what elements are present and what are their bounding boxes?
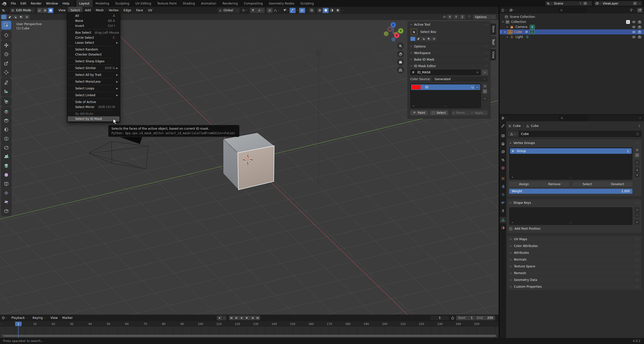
- close-icon[interactable]: [476, 71, 479, 74]
- mesh-breadcrumb-icon[interactable]: [526, 124, 529, 128]
- chevron-down-icon[interactable]: [639, 117, 641, 120]
- playhead[interactable]: 1: [15, 322, 22, 326]
- proportional-falloff-button[interactable]: [273, 9, 280, 12]
- select-menu-item[interactable]: [67, 71, 120, 72]
- current-frame-field[interactable]: 1: [430, 316, 449, 320]
- zoom-button[interactable]: [397, 42, 404, 50]
- outliner-row-light[interactable]: Light: [500, 34, 644, 39]
- collapsed-panel-header[interactable]: Geometry Data ::::: [507, 277, 641, 283]
- select-menu-item[interactable]: Lasso Select ▶: [67, 40, 120, 45]
- workspace-tab[interactable]: Shading: [180, 0, 198, 7]
- stopwatch-icon[interactable]: [451, 316, 455, 320]
- hide-eye-icon[interactable]: [632, 25, 636, 29]
- tab-object-data[interactable]: [500, 217, 506, 223]
- collapsed-panel-header[interactable]: Options ::::: [408, 43, 490, 50]
- snap-toggle-button[interactable]: [250, 8, 256, 13]
- topbar-menu-item[interactable]: Window: [44, 0, 60, 7]
- apply-button[interactable]: Apply ...: [470, 110, 488, 115]
- reset-id-icon[interactable]: [471, 86, 474, 89]
- remove-vertex-group-button[interactable]: [635, 153, 639, 158]
- id-mask-editor-panel-header[interactable]: ID Mask Editor ::::: [408, 63, 490, 69]
- cube-selected-face[interactable]: [238, 146, 274, 190]
- tool-rip-region[interactable]: [1, 207, 11, 216]
- workspace-tab[interactable]: Layout: [76, 0, 93, 7]
- mirror-z-button[interactable]: Z: [460, 15, 465, 19]
- prev-keyframe-button[interactable]: [234, 316, 239, 320]
- remove-id-button[interactable]: [482, 89, 487, 94]
- tool-select-box[interactable]: [1, 21, 11, 30]
- active-tool-panel-header[interactable]: Active Tool ::::: [408, 22, 490, 28]
- viewlayer-selector[interactable]: ViewLayer: [594, 1, 642, 6]
- select-menu-item[interactable]: [67, 64, 120, 66]
- pin-icon[interactable]: [638, 124, 641, 128]
- select-menu-item[interactable]: Box Select drag-Left Mouse: [67, 30, 120, 35]
- disclosure-triangle[interactable]: [504, 31, 506, 33]
- select-menu-item[interactable]: [67, 84, 120, 86]
- collapsed-panel-header[interactable]: UV Maps ::::: [507, 236, 641, 242]
- tool-extrude-region[interactable]: [1, 107, 11, 116]
- collapsed-panel-header[interactable]: Color Attributes ::::: [507, 243, 641, 249]
- tool-loop-cut[interactable]: [1, 134, 11, 143]
- timeline-menu-keying[interactable]: Keying: [30, 315, 48, 321]
- collapsed-panel-header[interactable]: Bake ID Mask ::::: [408, 56, 490, 63]
- id-mask-list-item[interactable]: ID: [411, 84, 480, 90]
- select-menu-item[interactable]: [67, 98, 120, 100]
- tool-transform[interactable]: [1, 68, 11, 77]
- new-viewlayer-button[interactable]: [633, 2, 637, 5]
- collection-checkbox[interactable]: [626, 20, 630, 24]
- jump-to-end-button[interactable]: [255, 316, 260, 320]
- mode-invert-button[interactable]: [426, 37, 431, 41]
- tool-move[interactable]: [1, 41, 11, 50]
- workspace-tab[interactable]: UV Editing: [132, 0, 154, 7]
- collapsed-panel-header[interactable]: Texture Space ::::: [507, 263, 641, 270]
- transform-orientation[interactable]: Global: [218, 8, 240, 13]
- jump-to-start-button[interactable]: [229, 316, 234, 320]
- mirror-x-button[interactable]: X: [447, 15, 453, 19]
- select-subtract-button[interactable]: [13, 15, 18, 19]
- tool-add-cube[interactable]: [1, 97, 11, 106]
- editor-type-button[interactable]: [2, 9, 8, 12]
- tool-spin[interactable]: [1, 161, 11, 170]
- overlays-toggle[interactable]: [299, 8, 305, 13]
- new-scene-button[interactable]: [583, 2, 587, 5]
- mesh-datablock-selector[interactable]: [507, 131, 518, 137]
- tool-poly-build[interactable]: [1, 152, 11, 161]
- show-gizmo-dropdown[interactable]: [283, 9, 289, 12]
- select-invert-button[interactable]: [18, 15, 24, 19]
- viewport-menu-item[interactable]: Face: [134, 7, 145, 14]
- select-menu-item[interactable]: [67, 57, 120, 59]
- timeline-menu-marker[interactable]: Marker: [60, 315, 75, 321]
- sidebar-tab[interactable]: View: [491, 49, 496, 60]
- paint-button[interactable]: Paint: [410, 110, 428, 115]
- timeline-ruler[interactable]: 1020304050607080901001101201301401501601…: [0, 321, 499, 327]
- select-menu-item[interactable]: Select More/Less ▶: [67, 79, 120, 84]
- render-visibility-icon[interactable]: [638, 35, 641, 39]
- outliner-row-scene-collection[interactable]: Scene Collection: [500, 14, 644, 19]
- id-check-button[interactable]: [475, 85, 480, 89]
- new-collection-button[interactable]: [637, 8, 642, 13]
- select-set-button[interactable]: [1, 15, 7, 19]
- timeline-body[interactable]: [0, 327, 499, 338]
- add-shape-key-button[interactable]: [635, 207, 639, 212]
- collapsed-panel-header[interactable]: Workspace ::::: [408, 50, 490, 56]
- render-visibility-icon[interactable]: [638, 30, 641, 34]
- blender-logo[interactable]: [0, 1, 9, 6]
- pin-icon[interactable]: [579, 2, 582, 5]
- tab-view-layer[interactable]: [501, 150, 505, 154]
- select-menu-item[interactable]: Select Mirror Shift Ctrl M: [67, 105, 120, 110]
- fake-user-shield-icon[interactable]: [636, 132, 639, 136]
- mode-extend-button[interactable]: [416, 37, 421, 41]
- light-object[interactable]: [315, 50, 321, 190]
- remove-shape-key-button[interactable]: [635, 213, 639, 217]
- mode-set-button[interactable]: [410, 37, 415, 41]
- panel-grip[interactable]: ::::: [485, 24, 488, 26]
- list-resize-grip[interactable]: ::::: [569, 177, 573, 179]
- weight-slider[interactable]: Weight 1.000: [509, 189, 632, 194]
- shape-keys-header[interactable]: Shape Keys ::::: [509, 200, 639, 205]
- list-resize-grip[interactable]: ::::: [569, 222, 573, 224]
- render-visibility-icon[interactable]: [638, 20, 641, 24]
- workspace-tab[interactable]: Rendering: [219, 0, 241, 7]
- id-color-swatch[interactable]: [412, 85, 421, 89]
- auto-keying-button[interactable]: [217, 316, 222, 320]
- timeline-menu-playback[interactable]: Playback: [9, 315, 30, 321]
